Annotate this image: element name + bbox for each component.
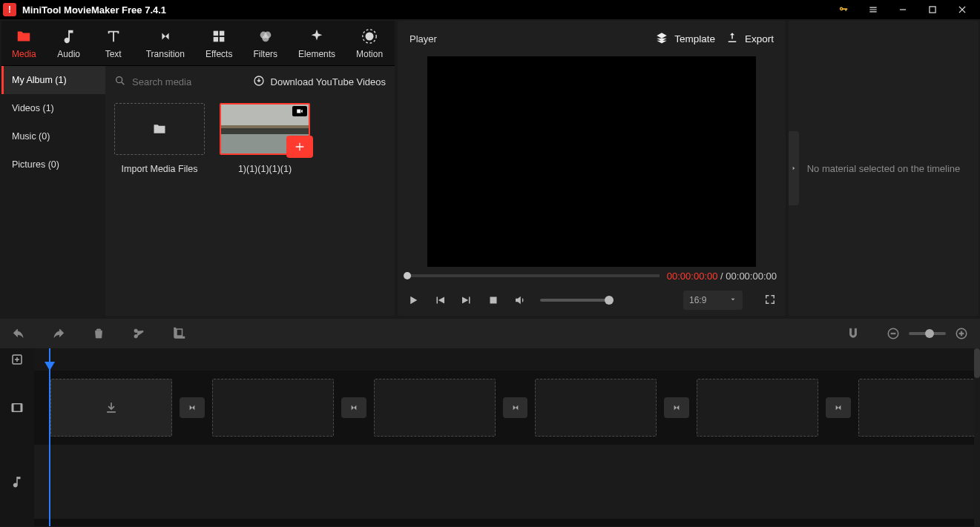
clip-slot[interactable] — [858, 379, 980, 437]
svg-rect-1 — [930, 7, 935, 13]
clip-slot[interactable] — [535, 379, 657, 437]
import-media-card[interactable]: Import Media Files — [114, 103, 205, 174]
split-button[interactable] — [132, 327, 145, 340]
transition-slot[interactable] — [180, 397, 205, 418]
svg-rect-0 — [900, 9, 906, 10]
video-track[interactable] — [34, 371, 980, 445]
tab-audio[interactable]: Audio — [47, 21, 91, 65]
inspector-collapse-button[interactable] — [789, 131, 799, 205]
tab-motion[interactable]: Motion — [346, 21, 393, 65]
tab-effects-label: Effects — [205, 49, 232, 59]
transition-icon — [157, 28, 174, 44]
prev-frame-button[interactable] — [433, 294, 447, 307]
inspector-panel: No material selected on the timeline — [789, 21, 979, 316]
tab-text-label: Text — [105, 49, 122, 59]
tab-text[interactable]: Text — [91, 21, 136, 65]
folder-music[interactable]: Music (0) — [1, 122, 105, 150]
timeline-body[interactable] — [34, 348, 980, 526]
transition-slot[interactable] — [341, 397, 366, 418]
playhead[interactable] — [49, 348, 50, 526]
menu-button[interactable] — [858, 0, 888, 19]
progress-bar[interactable] — [407, 274, 660, 277]
aspect-ratio-value: 16:9 — [689, 295, 706, 305]
tab-media[interactable]: Media — [1, 21, 47, 65]
transition-slot[interactable] — [826, 397, 851, 418]
export-icon — [726, 31, 739, 47]
redo-button[interactable] — [52, 327, 65, 340]
search-icon — [114, 75, 126, 89]
folder-music-label: Music (0) — [12, 131, 50, 142]
clip-slot[interactable] — [212, 379, 334, 437]
download-into-icon — [104, 400, 119, 415]
maximize-button[interactable] — [918, 0, 947, 19]
zoom-out-button[interactable] — [887, 327, 900, 340]
aspect-ratio-select[interactable]: 16:9 — [683, 291, 743, 310]
export-button[interactable]: Export — [726, 31, 774, 47]
transition-slot[interactable] — [664, 397, 689, 418]
text-icon — [105, 28, 122, 44]
timeline[interactable] — [0, 348, 980, 526]
player-controls: 16:9 — [398, 285, 786, 316]
stop-button[interactable] — [487, 294, 500, 307]
fullscreen-button[interactable] — [763, 293, 777, 308]
time-display: 00:00:00:00 / 00:00:00:00 — [667, 271, 777, 282]
clip-slot[interactable] — [697, 379, 818, 437]
clip-slot[interactable] — [50, 379, 172, 437]
media-clip-1[interactable]: 1)(1)(1)(1)(1) — [220, 103, 310, 174]
svg-rect-5 — [220, 37, 224, 42]
delete-button[interactable] — [92, 327, 105, 340]
tab-motion-label: Motion — [356, 49, 383, 59]
minimize-button[interactable] — [888, 0, 918, 19]
template-label: Template — [674, 33, 715, 44]
tab-filters[interactable]: Filters — [243, 21, 288, 65]
player-progress[interactable]: 00:00:00:00 / 00:00:00:00 — [398, 267, 786, 285]
tab-audio-label: Audio — [57, 49, 80, 59]
svg-rect-20 — [12, 404, 13, 412]
timeline-scrollbar-thumb[interactable] — [974, 348, 980, 378]
template-button[interactable]: Template — [655, 31, 715, 47]
add-track-button[interactable] — [0, 348, 34, 371]
chevron-right-icon — [791, 164, 797, 173]
timeline-ruler[interactable] — [34, 348, 980, 371]
preview-screen[interactable] — [427, 56, 756, 267]
zoom-in-button[interactable] — [955, 327, 968, 340]
download-icon — [253, 75, 265, 89]
crop-button[interactable] — [172, 327, 185, 340]
tab-transition[interactable]: Transition — [136, 21, 195, 65]
svg-rect-4 — [214, 37, 218, 42]
time-current: 00:00:00:00 — [667, 271, 718, 282]
next-frame-button[interactable] — [460, 294, 473, 307]
player-panel: Player Template Export 00:00:00:00 / 00:… — [398, 21, 786, 316]
folder-list: My Album (1) Videos (1) Music (0) Pictur… — [1, 66, 105, 316]
timeline-scrollbar[interactable] — [974, 348, 980, 526]
undo-button[interactable] — [12, 327, 25, 340]
plus-icon — [294, 141, 306, 153]
volume-slider[interactable] — [540, 299, 610, 302]
search-input[interactable] — [132, 76, 221, 87]
svg-rect-14 — [490, 297, 497, 304]
folder-videos[interactable]: Videos (1) — [1, 94, 105, 122]
folder-my-album-label: My Album (1) — [12, 75, 67, 85]
clip-slot[interactable] — [374, 379, 496, 437]
download-youtube-link[interactable]: Download YouTube Videos — [253, 75, 386, 89]
transition-slot[interactable] — [503, 397, 528, 418]
folder-my-album[interactable]: My Album (1) — [1, 66, 105, 94]
add-clip-button[interactable] — [286, 136, 313, 158]
media-clip-1-thumb[interactable] — [220, 103, 310, 155]
volume-button[interactable] — [513, 294, 527, 307]
folder-pictures[interactable]: Pictures (0) — [1, 150, 105, 179]
folder-icon — [16, 28, 32, 44]
tab-transition-label: Transition — [146, 49, 185, 59]
video-badge-icon — [292, 106, 307, 116]
snap-toggle[interactable] — [846, 327, 860, 340]
zoom-slider[interactable] — [909, 332, 946, 335]
tab-effects[interactable]: Effects — [195, 21, 243, 65]
close-button[interactable] — [947, 0, 977, 19]
premium-key-icon[interactable] — [829, 0, 858, 19]
tab-filters-label: Filters — [253, 49, 277, 59]
play-button[interactable] — [407, 294, 420, 307]
audio-track[interactable] — [34, 445, 980, 519]
tab-elements[interactable]: Elements — [288, 21, 346, 65]
media-grid: Import Media Files 1)(1)(1)(1)(1) — [105, 97, 395, 316]
import-media-thumb[interactable] — [114, 103, 205, 155]
